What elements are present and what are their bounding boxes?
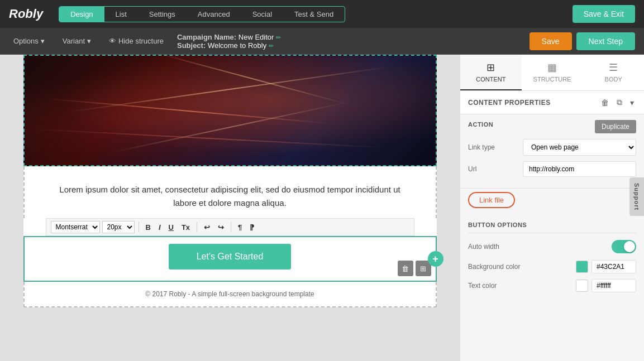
bg-color-input[interactable] (591, 260, 636, 273)
body-tab-icon: ☰ (609, 61, 618, 74)
link-type-select[interactable]: Open web page (523, 139, 636, 156)
content-properties-label: CONTENT PROPERTIES (468, 99, 551, 107)
campaign-info: Campaign Name: New Editor ✏ Subject: Wel… (177, 33, 521, 50)
link-file-button[interactable]: Link file (468, 192, 515, 208)
collapse-properties-button[interactable]: ▾ (628, 97, 636, 108)
nav-tab-test-send[interactable]: Test & Send (283, 7, 345, 22)
font-family-select[interactable]: Montserrat (51, 221, 100, 233)
edit-campaign-name-icon[interactable]: ✏ (276, 34, 281, 41)
url-row: Url (468, 161, 636, 177)
nav-tab-design[interactable]: Design (59, 7, 104, 22)
underline-button[interactable]: U (166, 222, 176, 233)
paragraph-button[interactable]: ¶ (235, 222, 245, 233)
hero-image-block[interactable] (23, 55, 437, 166)
text-block: Lorem ipsum dolor sit amet, consectetur … (23, 166, 437, 218)
nav-tab-list[interactable]: List (104, 7, 138, 22)
body-text: Lorem ipsum dolor sit amet, consectetur … (58, 183, 402, 210)
options-button[interactable]: Options ▾ (9, 35, 49, 47)
email-canvas: Lorem ipsum dolor sit amet, consectetur … (23, 55, 437, 307)
action-label: ACTION (468, 121, 493, 128)
undo-button[interactable]: ↩ (201, 222, 213, 233)
duplicate-button[interactable]: Duplicate (595, 120, 636, 133)
variant-button[interactable]: Variant ▾ (58, 35, 96, 47)
hide-structure-button[interactable]: 👁 Hide structure (104, 35, 168, 47)
delete-block-button[interactable]: 🗑 (398, 261, 413, 276)
tab-content[interactable]: ⊞ CONTENT (460, 55, 522, 90)
nav-tabs: Design List Settings Advanced Social Tes… (59, 6, 345, 22)
panel-tabs: ⊞ CONTENT ▦ STRUCTURE ☰ BODY (460, 55, 644, 91)
auto-width-label: Auto width (468, 243, 499, 251)
content-tab-icon: ⊞ (486, 61, 495, 74)
tab-body[interactable]: ☰ BODY (583, 55, 644, 90)
block-actions: 🗑 ⊞ (398, 261, 431, 276)
content-properties-header: CONTENT PROPERTIES 🗑 ⧉ ▾ (460, 91, 644, 114)
save-button[interactable]: Save (529, 32, 572, 50)
content-tab-label: CONTENT (476, 76, 505, 83)
email-cta-button[interactable]: Let's Get Started (169, 244, 292, 269)
strikethrough-button[interactable]: Tx (179, 222, 193, 233)
edit-subject-icon[interactable]: ✏ (269, 42, 274, 49)
clear-format-button[interactable]: ⁋ (247, 222, 257, 233)
nav-tab-settings[interactable]: Settings (138, 7, 187, 22)
chevron-down-icon: ▾ (41, 37, 45, 45)
button-block: Let's Get Started + 🗑 ⊞ (23, 236, 437, 282)
bg-color-label: Background color (468, 263, 576, 271)
button-options-label: BUTTON OPTIONS (468, 222, 636, 233)
separator (197, 222, 197, 232)
eye-icon: 👁 (109, 37, 116, 45)
bg-color-preview[interactable] (576, 261, 588, 273)
tab-structure[interactable]: ▦ STRUCTURE (522, 55, 583, 90)
italic-button[interactable]: I (156, 222, 164, 233)
top-navigation: Robly Design List Settings Advanced Soci… (0, 0, 644, 28)
text-color-preview[interactable] (576, 280, 588, 292)
url-label: Url (468, 165, 518, 173)
text-color-input[interactable] (591, 279, 636, 292)
add-block-icon[interactable]: + (428, 251, 443, 267)
canvas-area: Lorem ipsum dolor sit amet, consectetur … (0, 55, 460, 361)
auto-width-toggle[interactable] (612, 240, 636, 253)
text-color-label: Text color (468, 282, 576, 290)
nav-tab-advanced[interactable]: Advanced (187, 7, 241, 22)
auto-width-row: Auto width (468, 240, 636, 253)
right-panel: ⊞ CONTENT ▦ STRUCTURE ☰ BODY CONTENT PRO… (460, 55, 644, 361)
link-type-row: Link type Open web page (468, 139, 636, 156)
email-footer: © 2017 Robly - A simple full-screen back… (23, 282, 437, 307)
delete-properties-button[interactable]: 🗑 (599, 97, 611, 108)
link-file-area: Link file (460, 189, 644, 216)
link-type-label: Link type (468, 143, 518, 151)
separator (139, 222, 139, 232)
separator (231, 222, 231, 232)
copy-properties-button[interactable]: ⧉ (614, 97, 624, 108)
header-actions: 🗑 ⧉ ▾ (599, 97, 636, 108)
support-tab[interactable]: Support (629, 177, 644, 216)
editor-toolbar: Options ▾ Variant ▾ 👁 Hide structure Cam… (0, 28, 644, 55)
bold-button[interactable]: B (143, 222, 154, 233)
main-layout: Lorem ipsum dolor sit amet, consectetur … (0, 55, 644, 361)
structure-tab-icon: ▦ (547, 61, 557, 74)
background-color-row: Background color (468, 260, 636, 273)
next-step-button[interactable]: Next Step (576, 32, 635, 50)
nav-tab-social[interactable]: Social (241, 7, 283, 22)
body-tab-label: BODY (605, 76, 622, 83)
button-options-section: BUTTON OPTIONS Auto width Background col… (460, 216, 644, 304)
action-section: ACTION Duplicate Link type Open web page… (460, 114, 644, 189)
structure-tab-label: STRUCTURE (533, 76, 571, 83)
format-toolbar: Montserrat 20px B I U Tx ↩ ↪ ¶ ⁋ (46, 218, 414, 236)
logo: Robly (9, 7, 43, 21)
text-color-row: Text color (468, 279, 636, 292)
chevron-down-icon: ▾ (87, 37, 91, 45)
font-size-select[interactable]: 20px (102, 221, 135, 233)
url-input[interactable] (523, 161, 636, 177)
redo-button[interactable]: ↪ (215, 222, 227, 233)
save-exit-button[interactable]: Save & Exit (573, 5, 635, 23)
